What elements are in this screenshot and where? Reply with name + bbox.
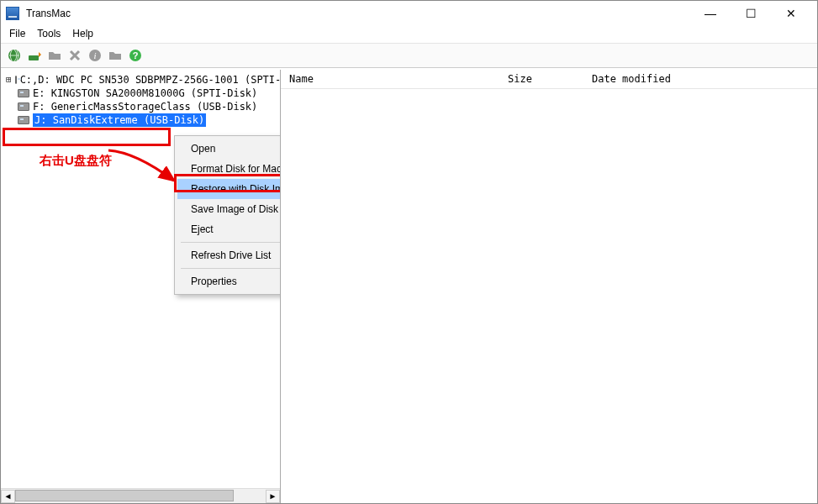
- ctx-open[interactable]: Open: [177, 139, 281, 159]
- content-area: ⊞ C:,D: WDC PC SN530 SDBPMPZ-256G-1001 (…: [1, 70, 817, 503]
- titlebar: TransMac — ☐ ✕: [1, 1, 817, 26]
- info-icon[interactable]: i: [87, 47, 103, 64]
- ctx-restore-disk-image[interactable]: Restore with Disk Image: [177, 179, 281, 199]
- minimize-button[interactable]: —: [698, 7, 723, 20]
- drive-tree-pane: ⊞ C:,D: WDC PC SN530 SDBPMPZ-256G-1001 (…: [1, 70, 281, 503]
- file-list-header[interactable]: Name Size Date modified: [281, 70, 817, 89]
- folder2-icon[interactable]: [107, 47, 124, 64]
- scroll-thumb[interactable]: [15, 490, 234, 501]
- toolbar: i ?: [1, 43, 817, 68]
- tree-row[interactable]: ⊞ C:,D: WDC PC SN530 SDBPMPZ-256G-1001 (…: [1, 73, 280, 87]
- maximize-button[interactable]: ☐: [738, 7, 763, 20]
- window-title: TransMac: [26, 8, 698, 19]
- svg-text:i: i: [93, 50, 96, 60]
- folder-icon[interactable]: [46, 47, 63, 64]
- help-icon[interactable]: ?: [127, 47, 144, 64]
- tree-item-label: F: GenericMassStorageClass (USB-Disk): [33, 100, 257, 113]
- context-menu: Open Format Disk for Mac Restore with Di…: [174, 135, 281, 295]
- svg-rect-1: [29, 55, 39, 60]
- menu-help[interactable]: Help: [72, 28, 93, 39]
- close-button[interactable]: ✕: [778, 7, 804, 20]
- app-icon: [6, 7, 19, 20]
- ctx-separator: [181, 242, 281, 243]
- menu-tools[interactable]: Tools: [37, 28, 61, 39]
- globe-refresh-icon[interactable]: [6, 47, 23, 64]
- ctx-eject[interactable]: Eject: [177, 219, 281, 239]
- drive-icon: [18, 89, 29, 97]
- tree-item-label: J: SanDiskExtreme (USB-Disk): [33, 113, 206, 127]
- menu-file[interactable]: File: [9, 28, 25, 39]
- drive-export-icon[interactable]: [26, 47, 43, 64]
- tree-row-selected[interactable]: J: SanDiskExtreme (USB-Disk): [1, 113, 280, 127]
- tree-item-label: C:,D: WDC PC SN530 SDBPMPZ-256G-1001 (SP…: [20, 73, 281, 87]
- ctx-refresh[interactable]: Refresh Drive List: [177, 245, 281, 265]
- drive-icon: [15, 76, 17, 84]
- ctx-separator: [181, 268, 281, 269]
- scroll-track[interactable]: [15, 490, 266, 503]
- ctx-properties[interactable]: Properties: [177, 271, 281, 291]
- col-size[interactable]: Size: [508, 73, 592, 85]
- svg-text:?: ?: [133, 50, 139, 60]
- drive-icon: [18, 102, 29, 111]
- expand-icon[interactable]: ⊞: [6, 73, 12, 87]
- delete-x-icon[interactable]: [66, 47, 83, 64]
- scroll-right-icon[interactable]: ►: [266, 490, 280, 503]
- tree-item-label: E: KINGSTON SA2000M81000G (SPTI-Disk): [33, 87, 257, 100]
- col-date[interactable]: Date modified: [592, 73, 817, 85]
- drive-icon: [18, 116, 29, 124]
- tree-row[interactable]: E: KINGSTON SA2000M81000G (SPTI-Disk): [1, 87, 280, 100]
- tree-row[interactable]: F: GenericMassStorageClass (USB-Disk): [1, 100, 280, 113]
- scroll-left-icon[interactable]: ◄: [1, 490, 15, 503]
- menubar: File Tools Help: [1, 26, 817, 43]
- file-list-pane: Name Size Date modified: [281, 70, 817, 503]
- horizontal-scrollbar[interactable]: ◄ ►: [1, 488, 280, 503]
- ctx-format-disk[interactable]: Format Disk for Mac: [177, 159, 281, 179]
- ctx-save-image[interactable]: Save Image of Disk: [177, 199, 281, 219]
- col-name[interactable]: Name: [281, 73, 508, 85]
